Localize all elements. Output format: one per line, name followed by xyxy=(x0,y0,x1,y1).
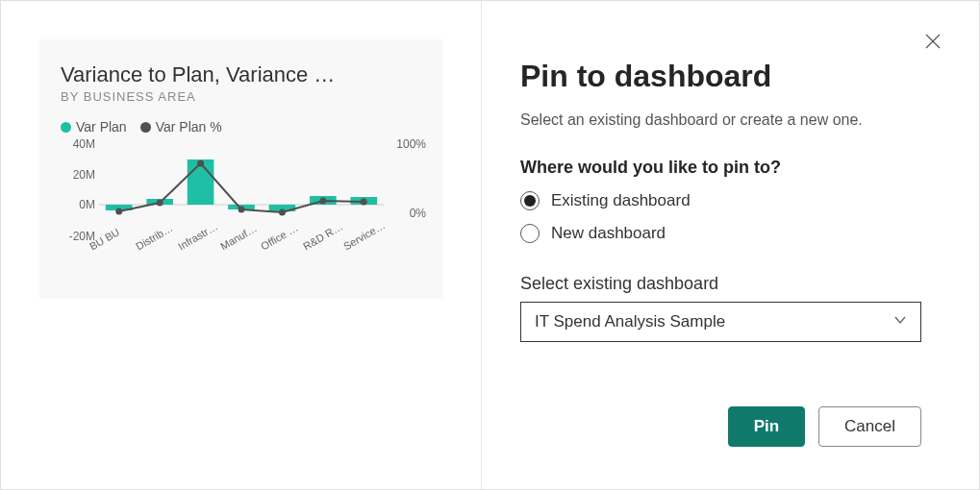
svg-point-11 xyxy=(239,207,245,213)
pin-to-dashboard-dialog: Variance to Plan, Variance … BY BUSINESS… xyxy=(0,0,980,490)
x-axis-labels: BU BU Distrib… Infrastr… Manuf… Office …… xyxy=(99,242,384,271)
cancel-button-label: Cancel xyxy=(844,417,895,436)
dashboard-select[interactable]: IT Spend Analysis Sample xyxy=(520,302,921,342)
legend-item-var-plan-pct: Var Plan % xyxy=(140,119,222,135)
pin-button[interactable]: Pin xyxy=(728,406,805,447)
legend-dot-gray xyxy=(140,122,151,133)
pin-target-question: Where would you like to pin to? xyxy=(520,158,921,178)
chart-legend: Var Plan Var Plan % xyxy=(61,119,422,135)
radio-checked-dot xyxy=(524,195,536,207)
svg-point-13 xyxy=(319,198,326,205)
visual-preview-pane: Variance to Plan, Variance … BY BUSINESS… xyxy=(1,1,482,489)
chart-svg xyxy=(99,144,384,236)
pin-button-label: Pin xyxy=(754,417,779,436)
y2-tick-100: 100% xyxy=(396,137,426,151)
cancel-button[interactable]: Cancel xyxy=(818,406,921,447)
chart-plot xyxy=(99,144,384,236)
y-axis-right: 100% 0% xyxy=(388,144,426,236)
dialog-title: Pin to dashboard xyxy=(520,59,921,94)
select-dashboard-label: Select existing dashboard xyxy=(520,274,921,294)
radio-label-existing: Existing dashboard xyxy=(551,191,691,210)
visual-card: Variance to Plan, Variance … BY BUSINESS… xyxy=(39,39,443,299)
form-pane: Pin to dashboard Select an existing dash… xyxy=(482,1,979,489)
svg-point-8 xyxy=(115,208,122,215)
y2-tick-0: 0% xyxy=(410,207,426,220)
visual-title: Variance to Plan, Variance … xyxy=(61,62,422,87)
svg-point-9 xyxy=(157,200,163,207)
legend-label-var-plan: Var Plan xyxy=(76,119,127,135)
y-axis-left: 40M 20M 0M -20M xyxy=(57,144,95,236)
dialog-button-row: Pin Cancel xyxy=(520,406,921,466)
legend-dot-teal xyxy=(61,122,71,133)
legend-label-var-plan-pct: Var Plan % xyxy=(156,119,222,135)
y-tick-40m: 40M xyxy=(73,137,95,151)
radio-icon xyxy=(520,191,540,210)
svg-point-12 xyxy=(279,209,286,216)
svg-point-10 xyxy=(197,160,204,167)
legend-item-var-plan: Var Plan xyxy=(61,119,127,135)
y-tick-0m: 0M xyxy=(79,198,95,211)
radio-label-new: New dashboard xyxy=(551,224,666,243)
close-icon xyxy=(925,34,941,49)
radio-icon xyxy=(520,224,540,243)
visual-subtitle: BY BUSINESS AREA xyxy=(61,89,422,104)
svg-point-14 xyxy=(361,199,367,206)
close-button[interactable] xyxy=(925,34,944,53)
dialog-description: Select an existing dashboard or create a… xyxy=(520,111,921,129)
y-tick-20m: 20M xyxy=(73,168,95,182)
chart-area: 40M 20M 0M -20M 100% 0% xyxy=(99,144,384,259)
radio-new-dashboard[interactable]: New dashboard xyxy=(520,224,921,243)
dashboard-select-value: IT Spend Analysis Sample xyxy=(535,312,725,331)
radio-existing-dashboard[interactable]: Existing dashboard xyxy=(520,191,921,210)
chevron-down-icon xyxy=(893,312,907,331)
